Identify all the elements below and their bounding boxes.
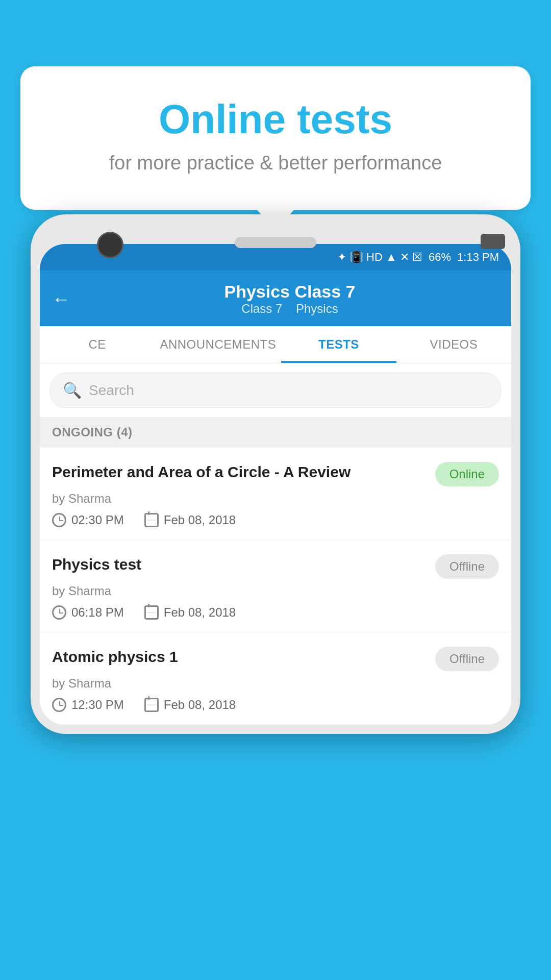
tab-bar: CE ANNOUNCEMENTS TESTS VIDEOS [40, 326, 511, 363]
battery-level: 66% [429, 251, 451, 264]
status-time: 1:13 PM [457, 251, 499, 264]
clock-icon [52, 513, 66, 527]
status-badge: Online [435, 462, 499, 486]
status-badge: Offline [435, 647, 499, 671]
phone-screen: ✦ 📳 HD ▲ ✕ ☒ 66% 1:13 PM ← Physics Class… [40, 244, 511, 725]
status-badge: Offline [435, 554, 499, 579]
calendar-icon [144, 698, 159, 712]
test-meta: 12:30 PM Feb 08, 2018 [52, 698, 499, 712]
clock-icon [52, 698, 66, 712]
search-container: 🔍 Search [40, 363, 511, 417]
page-subtitle: Class 7 Physics [81, 302, 499, 316]
test-time: 06:18 PM [52, 605, 124, 620]
search-bar[interactable]: 🔍 Search [50, 373, 501, 408]
test-name: Atomic physics 1 [52, 647, 427, 667]
back-button[interactable]: ← [52, 288, 70, 310]
test-time: 02:30 PM [52, 513, 124, 527]
tab-tests[interactable]: TESTS [281, 326, 396, 363]
search-icon: 🔍 [63, 381, 82, 399]
tab-ce[interactable]: CE [40, 326, 155, 363]
promo-subtitle: for more practice & better performance [51, 152, 500, 174]
phone-home-button [481, 234, 505, 249]
calendar-icon [144, 513, 159, 527]
page-title: Physics Class 7 [81, 282, 499, 302]
phone-speaker [235, 237, 316, 248]
test-meta: 06:18 PM Feb 08, 2018 [52, 605, 499, 620]
promo-card: Online tests for more practice & better … [20, 66, 531, 210]
test-item[interactable]: Atomic physics 1 Offline by Sharma 12:30… [40, 632, 511, 725]
clock-icon [52, 605, 66, 620]
search-placeholder: Search [89, 382, 134, 399]
test-author: by Sharma [52, 492, 499, 506]
test-date: Feb 08, 2018 [144, 513, 236, 527]
phone-mockup: ✦ 📳 HD ▲ ✕ ☒ 66% 1:13 PM ← Physics Class… [31, 214, 520, 980]
app-header: ← Physics Class 7 Class 7 Physics [40, 271, 511, 326]
test-item[interactable]: Physics test Offline by Sharma 06:18 PM … [40, 540, 511, 632]
tab-videos[interactable]: VIDEOS [396, 326, 511, 363]
test-meta: 02:30 PM Feb 08, 2018 [52, 513, 499, 527]
test-item[interactable]: Perimeter and Area of a Circle - A Revie… [40, 448, 511, 540]
test-author: by Sharma [52, 584, 499, 598]
test-date: Feb 08, 2018 [144, 605, 236, 620]
calendar-icon [144, 605, 159, 620]
status-icons-text: ✦ 📳 HD ▲ ✕ ☒ [337, 251, 422, 264]
section-title: ONGOING (4) [52, 425, 133, 439]
test-time: 12:30 PM [52, 698, 124, 712]
promo-title: Online tests [51, 97, 500, 142]
section-header-ongoing: ONGOING (4) [40, 417, 511, 448]
header-title-group: Physics Class 7 Class 7 Physics [81, 282, 499, 316]
test-author: by Sharma [52, 676, 499, 691]
test-date: Feb 08, 2018 [144, 698, 236, 712]
tab-announcements[interactable]: ANNOUNCEMENTS [155, 326, 281, 363]
test-name: Perimeter and Area of a Circle - A Revie… [52, 462, 427, 482]
test-name: Physics test [52, 554, 427, 574]
phone-camera [97, 232, 123, 258]
